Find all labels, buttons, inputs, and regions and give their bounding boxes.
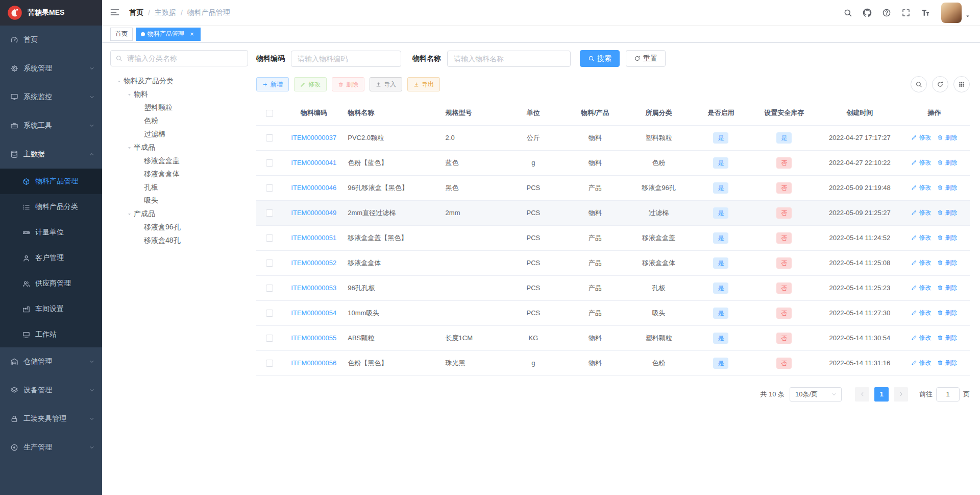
item-code-link[interactable]: ITEM00000049 bbox=[291, 209, 336, 217]
sidebar-toggle-button[interactable] bbox=[110, 7, 121, 18]
item-code-link[interactable]: ITEM00000055 bbox=[291, 334, 336, 342]
item-code-link[interactable]: ITEM00000051 bbox=[291, 234, 336, 242]
tree-node-移液盒48孔[interactable]: 移液盒48孔 bbox=[110, 234, 248, 247]
row-checkbox[interactable] bbox=[266, 335, 273, 342]
row-delete-link[interactable]: 删除 bbox=[937, 183, 957, 192]
sidebar-item-仓储管理[interactable]: 仓储管理 bbox=[0, 347, 102, 376]
sidebar-subitem-物料产品管理[interactable]: 物料产品管理 bbox=[0, 169, 102, 194]
tab-物料产品管理[interactable]: 物料产品管理× bbox=[136, 28, 201, 41]
row-delete-link[interactable]: 删除 bbox=[937, 359, 957, 367]
logo-bar[interactable]: 苦糖果MES bbox=[0, 0, 102, 26]
page-size-select[interactable]: 10条/页 bbox=[790, 387, 842, 402]
toggle-search-button[interactable] bbox=[911, 76, 927, 92]
row-delete-link[interactable]: 删除 bbox=[937, 258, 957, 267]
item-code-link[interactable]: ITEM00000041 bbox=[291, 159, 336, 167]
table-row[interactable]: ITEM00000037PVC2.0颗粒2.0公斤物料塑料颗粒是是2022-04… bbox=[256, 125, 970, 150]
tree-node-吸头[interactable]: 吸头 bbox=[110, 194, 248, 207]
tree-node-过滤棉[interactable]: 过滤棉 bbox=[110, 128, 248, 141]
sidebar-item-首页[interactable]: 首页 bbox=[0, 26, 102, 54]
delete-button[interactable]: 删除 bbox=[332, 77, 364, 91]
table-row[interactable]: ITEM0000005410mm吸头PCS产品吸头是否2022-05-14 11… bbox=[256, 300, 970, 325]
sidebar-subitem-物料产品分类[interactable]: 物料产品分类 bbox=[0, 194, 102, 220]
sidebar-item-系统监控[interactable]: 系统监控 bbox=[0, 83, 102, 111]
add-button[interactable]: 新增 bbox=[256, 77, 289, 91]
row-checkbox[interactable] bbox=[266, 184, 273, 192]
material-code-input[interactable] bbox=[291, 51, 401, 67]
sidebar-subitem-工作站[interactable]: 工作站 bbox=[0, 322, 102, 347]
table-row[interactable]: ITEM00000052移液盒盒体PCS产品移液盒盒体是否2022-05-14 … bbox=[256, 250, 970, 275]
tab-首页[interactable]: 首页 bbox=[110, 28, 133, 41]
row-checkbox[interactable] bbox=[266, 285, 273, 292]
caret-down-icon[interactable] bbox=[125, 143, 134, 152]
table-row[interactable]: ITEM00000041色粉【蓝色】蓝色g物料色粉是否2022-04-27 22… bbox=[256, 150, 970, 175]
row-edit-link[interactable]: 修改 bbox=[911, 334, 931, 342]
row-delete-link[interactable]: 删除 bbox=[937, 233, 957, 242]
sidebar-item-工装夹具管理[interactable]: 工装夹具管理 bbox=[0, 405, 102, 433]
goto-page-input[interactable] bbox=[936, 387, 960, 402]
table-row[interactable]: ITEM0000005396孔孔板PCS产品孔板是否2022-05-14 11:… bbox=[256, 275, 970, 300]
table-row[interactable]: ITEM0000004696孔移液盒【黑色】黑色PCS产品移液盒96孔是否202… bbox=[256, 175, 970, 200]
category-search-input[interactable] bbox=[110, 50, 248, 66]
row-edit-link[interactable]: 修改 bbox=[911, 309, 931, 317]
sidebar-item-主数据[interactable]: 主数据 bbox=[0, 140, 102, 169]
user-menu[interactable] bbox=[941, 3, 971, 23]
sidebar-subitem-供应商管理[interactable]: 供应商管理 bbox=[0, 271, 102, 296]
caret-down-icon[interactable] bbox=[114, 77, 124, 86]
prev-page-button[interactable] bbox=[855, 387, 869, 402]
tree-node-塑料颗粒[interactable]: 塑料颗粒 bbox=[110, 101, 248, 114]
row-delete-link[interactable]: 删除 bbox=[937, 284, 957, 292]
row-checkbox[interactable] bbox=[266, 209, 273, 217]
row-delete-link[interactable]: 删除 bbox=[937, 334, 957, 342]
caret-down-icon[interactable] bbox=[125, 90, 134, 99]
sidebar-subitem-计量单位[interactable]: 计量单位 bbox=[0, 220, 102, 245]
import-button[interactable]: 导入 bbox=[370, 77, 402, 91]
select-all-checkbox[interactable] bbox=[266, 110, 273, 117]
page-1-button[interactable]: 1 bbox=[874, 387, 889, 402]
sidebar-subitem-车间设置[interactable]: 车间设置 bbox=[0, 296, 102, 322]
sidebar-subitem-客户管理[interactable]: 客户管理 bbox=[0, 245, 102, 271]
row-edit-link[interactable]: 修改 bbox=[911, 258, 931, 267]
sidebar-item-系统管理[interactable]: 系统管理 bbox=[0, 54, 102, 83]
item-code-link[interactable]: ITEM00000056 bbox=[291, 359, 336, 367]
row-delete-link[interactable]: 删除 bbox=[937, 133, 957, 142]
row-edit-link[interactable]: 修改 bbox=[911, 359, 931, 367]
row-checkbox[interactable] bbox=[266, 234, 273, 242]
tree-node-移液盒96孔[interactable]: 移液盒96孔 bbox=[110, 221, 248, 234]
row-checkbox[interactable] bbox=[266, 159, 273, 167]
tree-node-物料及产品分类[interactable]: 物料及产品分类 bbox=[110, 75, 248, 88]
row-checkbox[interactable] bbox=[266, 134, 273, 142]
github-button[interactable] bbox=[863, 8, 872, 17]
question-button[interactable] bbox=[882, 8, 891, 17]
reset-button[interactable]: 重置 bbox=[626, 50, 666, 67]
tree-node-产成品[interactable]: 产成品 bbox=[110, 207, 248, 221]
row-edit-link[interactable]: 修改 bbox=[911, 133, 931, 142]
export-button[interactable]: 导出 bbox=[407, 77, 440, 91]
next-page-button[interactable] bbox=[894, 387, 908, 402]
tree-node-移液盒盒体[interactable]: 移液盒盒体 bbox=[110, 168, 248, 181]
fullscreen-button[interactable] bbox=[901, 8, 911, 17]
search-button[interactable] bbox=[843, 8, 852, 17]
breadcrumb-item[interactable]: 首页 bbox=[129, 8, 143, 17]
row-edit-link[interactable]: 修改 bbox=[911, 208, 931, 217]
item-code-link[interactable]: ITEM00000037 bbox=[291, 134, 336, 142]
table-row[interactable]: ITEM000000492mm直径过滤棉2mmPCS物料过滤棉是否2022-05… bbox=[256, 200, 970, 225]
item-code-link[interactable]: ITEM00000054 bbox=[291, 309, 336, 317]
item-code-link[interactable]: ITEM00000053 bbox=[291, 284, 336, 292]
refresh-table-button[interactable] bbox=[932, 76, 948, 92]
item-code-link[interactable]: ITEM00000052 bbox=[291, 259, 336, 267]
caret-down-icon[interactable] bbox=[125, 209, 134, 219]
search-button[interactable]: 搜索 bbox=[580, 50, 620, 67]
row-delete-link[interactable]: 删除 bbox=[937, 309, 957, 317]
sidebar-item-系统工具[interactable]: 系统工具 bbox=[0, 111, 102, 140]
row-delete-link[interactable]: 删除 bbox=[937, 208, 957, 217]
sidebar-item-生产管理[interactable]: 生产管理 bbox=[0, 433, 102, 462]
tree-node-孔板[interactable]: 孔板 bbox=[110, 181, 248, 194]
table-row[interactable]: ITEM00000056色粉【黑色】珠光黑g物料色粉是否2022-05-14 1… bbox=[256, 350, 970, 375]
row-checkbox[interactable] bbox=[266, 310, 273, 317]
column-settings-button[interactable] bbox=[953, 76, 970, 92]
breadcrumb-item[interactable]: 主数据 bbox=[155, 8, 176, 17]
tree-node-色粉[interactable]: 色粉 bbox=[110, 114, 248, 128]
tree-node-移液盒盒盖[interactable]: 移液盒盒盖 bbox=[110, 154, 248, 168]
tree-node-物料[interactable]: 物料 bbox=[110, 88, 248, 101]
row-checkbox[interactable] bbox=[266, 260, 273, 267]
